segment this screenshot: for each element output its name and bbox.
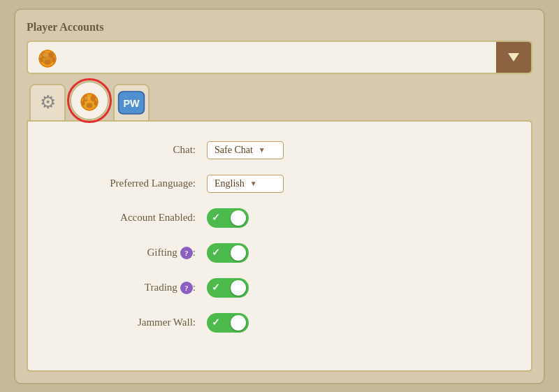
- account-dropdown-button[interactable]: [496, 41, 531, 74]
- trading-label: Trading?:: [56, 282, 196, 294]
- language-label: Preferred Language:: [56, 177, 196, 189]
- account-enabled-row: Account Enabled: ✓: [56, 208, 489, 228]
- language-setting-row: Preferred Language: English ▼: [56, 175, 489, 193]
- trading-row: Trading?: ✓: [56, 278, 489, 298]
- gifting-row: Gifting?: ✓: [56, 243, 489, 263]
- account-icon: [28, 41, 67, 74]
- panel-title: Player Accounts: [27, 21, 532, 34]
- jammer-wall-label: Jammer Wall:: [56, 317, 196, 328]
- main-panel: Player Accounts: [14, 8, 545, 384]
- gear-icon: ⚙: [40, 92, 56, 113]
- gifting-label: Gifting?:: [56, 247, 196, 259]
- account-enabled-label: Account Enabled:: [56, 212, 196, 224]
- tab-paw-icon: [77, 88, 102, 113]
- paw-icon: [35, 45, 60, 70]
- svg-point-6: [45, 59, 51, 64]
- trading-toggle-check: ✓: [212, 282, 220, 293]
- toggle-check-icon: ✓: [212, 212, 220, 224]
- tabs-bar: ⚙ PW: [27, 84, 532, 120]
- toggle-knob: [231, 210, 246, 226]
- jammer-wall-toggle-knob: [231, 315, 246, 331]
- chat-setting-row: Chat: Safe Chat ▼: [56, 141, 489, 159]
- gifting-toggle-knob: [231, 245, 246, 261]
- svg-point-15: [87, 103, 93, 108]
- tab-settings[interactable]: ⚙: [29, 84, 66, 120]
- content-area: Chat: Safe Chat ▼ Preferred Language: En…: [27, 120, 532, 372]
- chat-label: Chat:: [56, 144, 196, 156]
- gifting-help-icon[interactable]: ?: [180, 247, 193, 259]
- trading-toggle[interactable]: ✓: [207, 278, 249, 298]
- jammer-wall-row: Jammer Wall: ✓: [56, 313, 489, 333]
- jammer-wall-toggle[interactable]: ✓: [207, 313, 249, 333]
- trading-toggle-knob: [231, 280, 246, 296]
- account-enabled-toggle[interactable]: ✓: [207, 208, 249, 228]
- language-dropdown[interactable]: English ▼: [207, 175, 284, 193]
- svg-point-8: [43, 52, 48, 56]
- tab-password[interactable]: PW: [113, 84, 150, 120]
- svg-text:PW: PW: [123, 98, 140, 109]
- language-value: English: [215, 178, 245, 189]
- language-dropdown-arrow: ▼: [250, 180, 257, 187]
- account-bar: [27, 41, 532, 74]
- chat-value: Safe Chat: [215, 145, 253, 156]
- tab-account[interactable]: [70, 81, 109, 120]
- dropdown-arrow-icon: [508, 53, 519, 61]
- svg-marker-9: [508, 53, 519, 61]
- trading-help-icon[interactable]: ?: [180, 282, 193, 294]
- chat-dropdown[interactable]: Safe Chat ▼: [207, 141, 284, 159]
- gifting-toggle-check: ✓: [212, 247, 220, 259]
- pw-icon: PW: [117, 90, 145, 115]
- chat-dropdown-arrow: ▼: [259, 146, 266, 154]
- svg-point-17: [85, 96, 89, 99]
- gifting-toggle[interactable]: ✓: [207, 243, 249, 263]
- jammer-wall-toggle-check: ✓: [212, 317, 220, 328]
